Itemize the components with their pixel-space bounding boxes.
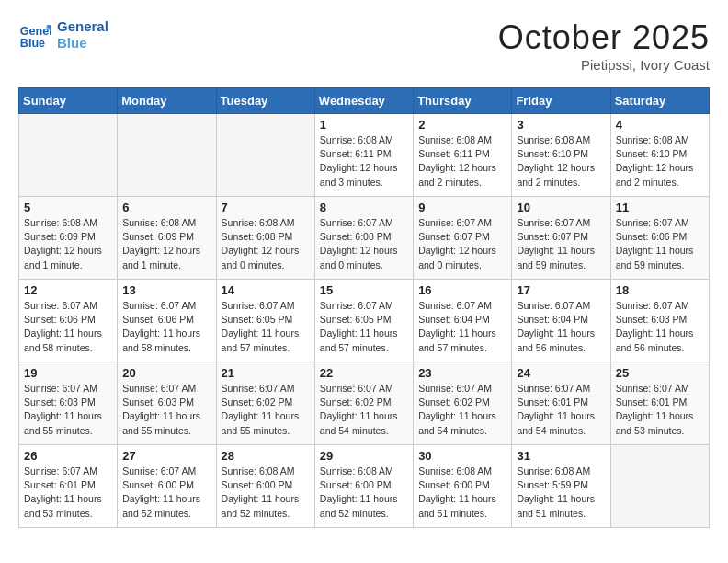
day-number: 11: [616, 201, 704, 214]
day-header-friday: Friday: [512, 88, 610, 114]
day-number: 1: [320, 118, 408, 132]
day-number: 19: [24, 366, 112, 380]
calendar-cell: 25Sunrise: 6:07 AM Sunset: 6:01 PM Dayli…: [610, 362, 709, 445]
day-number: 27: [122, 449, 210, 463]
calendar-cell: 2Sunrise: 6:08 AM Sunset: 6:11 PM Daylig…: [414, 114, 512, 197]
day-number: 29: [320, 449, 408, 463]
day-info: Sunrise: 6:07 AM Sunset: 6:06 PM Dayligh…: [24, 299, 112, 355]
calendar-cell: 8Sunrise: 6:07 AM Sunset: 6:08 PM Daylig…: [314, 197, 413, 280]
day-info: Sunrise: 6:07 AM Sunset: 6:04 PM Dayligh…: [418, 299, 506, 355]
calendar-cell: [19, 114, 118, 197]
calendar-cell: 22Sunrise: 6:07 AM Sunset: 6:02 PM Dayli…: [314, 362, 413, 445]
day-info: Sunrise: 6:08 AM Sunset: 6:00 PM Dayligh…: [418, 465, 506, 521]
day-number: 17: [517, 283, 605, 297]
day-info: Sunrise: 6:08 AM Sunset: 6:10 PM Dayligh…: [517, 133, 605, 190]
svg-text:Blue: Blue: [20, 37, 45, 50]
day-info: Sunrise: 6:07 AM Sunset: 6:06 PM Dayligh…: [122, 299, 210, 355]
calendar-week-row: 1Sunrise: 6:08 AM Sunset: 6:11 PM Daylig…: [19, 114, 710, 197]
day-number: 7: [222, 201, 310, 214]
calendar-cell: 12Sunrise: 6:07 AM Sunset: 6:06 PM Dayli…: [19, 280, 118, 362]
calendar-cell: [118, 114, 216, 197]
calendar-cell: [610, 445, 709, 528]
day-number: 25: [616, 366, 704, 380]
calendar-cell: 27Sunrise: 6:07 AM Sunset: 6:00 PM Dayli…: [118, 445, 216, 528]
calendar-cell: 11Sunrise: 6:07 AM Sunset: 6:06 PM Dayli…: [610, 197, 709, 280]
day-info: Sunrise: 6:07 AM Sunset: 6:07 PM Dayligh…: [517, 216, 605, 272]
day-info: Sunrise: 6:07 AM Sunset: 6:01 PM Dayligh…: [616, 382, 704, 438]
day-header-sunday: Sunday: [19, 88, 118, 114]
title-block: October 2025 Pietipssi, Ivory Coast: [498, 18, 710, 73]
day-number: 30: [418, 449, 506, 463]
day-number: 28: [222, 449, 310, 463]
calendar-cell: 10Sunrise: 6:07 AM Sunset: 6:07 PM Dayli…: [512, 197, 610, 280]
day-info: Sunrise: 6:07 AM Sunset: 6:01 PM Dayligh…: [517, 382, 605, 438]
day-info: Sunrise: 6:08 AM Sunset: 6:10 PM Dayligh…: [616, 133, 704, 190]
month-title: October 2025: [498, 18, 710, 57]
logo: General Blue General Blue: [18, 18, 108, 52]
day-header-saturday: Saturday: [610, 88, 709, 114]
day-number: 14: [222, 283, 310, 297]
day-number: 21: [222, 366, 310, 380]
calendar-cell: 26Sunrise: 6:07 AM Sunset: 6:01 PM Dayli…: [19, 445, 118, 528]
day-info: Sunrise: 6:08 AM Sunset: 6:11 PM Dayligh…: [418, 133, 506, 190]
day-number: 9: [418, 201, 506, 214]
calendar-cell: 3Sunrise: 6:08 AM Sunset: 6:10 PM Daylig…: [512, 114, 610, 197]
day-number: 13: [122, 283, 210, 297]
day-info: Sunrise: 6:07 AM Sunset: 6:03 PM Dayligh…: [122, 382, 210, 438]
calendar-cell: 4Sunrise: 6:08 AM Sunset: 6:10 PM Daylig…: [610, 114, 709, 197]
calendar-cell: 30Sunrise: 6:08 AM Sunset: 6:00 PM Dayli…: [414, 445, 512, 528]
calendar-cell: 18Sunrise: 6:07 AM Sunset: 6:03 PM Dayli…: [610, 280, 709, 362]
day-header-wednesday: Wednesday: [314, 88, 413, 114]
calendar-cell: 1Sunrise: 6:08 AM Sunset: 6:11 PM Daylig…: [314, 114, 413, 197]
calendar-cell: 16Sunrise: 6:07 AM Sunset: 6:04 PM Dayli…: [414, 280, 512, 362]
day-number: 8: [320, 201, 408, 214]
day-number: 4: [616, 118, 704, 132]
calendar-cell: [216, 114, 314, 197]
day-info: Sunrise: 6:08 AM Sunset: 6:11 PM Dayligh…: [320, 133, 408, 190]
day-info: Sunrise: 6:07 AM Sunset: 6:00 PM Dayligh…: [122, 465, 210, 521]
calendar-week-row: 26Sunrise: 6:07 AM Sunset: 6:01 PM Dayli…: [19, 445, 710, 528]
day-info: Sunrise: 6:08 AM Sunset: 6:09 PM Dayligh…: [24, 216, 112, 272]
calendar-cell: 20Sunrise: 6:07 AM Sunset: 6:03 PM Dayli…: [118, 362, 216, 445]
day-number: 10: [517, 201, 605, 214]
day-info: Sunrise: 6:08 AM Sunset: 6:00 PM Dayligh…: [320, 465, 408, 521]
day-number: 5: [24, 201, 112, 214]
calendar-cell: 19Sunrise: 6:07 AM Sunset: 6:03 PM Dayli…: [19, 362, 118, 445]
day-number: 22: [320, 366, 408, 380]
day-info: Sunrise: 6:07 AM Sunset: 6:06 PM Dayligh…: [616, 216, 704, 272]
day-number: 12: [24, 283, 112, 297]
day-number: 20: [122, 366, 210, 380]
page-header: General Blue General Blue October 2025 P…: [18, 18, 710, 73]
calendar-cell: 29Sunrise: 6:08 AM Sunset: 6:00 PM Dayli…: [314, 445, 413, 528]
day-info: Sunrise: 6:07 AM Sunset: 6:01 PM Dayligh…: [24, 465, 112, 521]
day-info: Sunrise: 6:07 AM Sunset: 6:04 PM Dayligh…: [517, 299, 605, 355]
day-info: Sunrise: 6:07 AM Sunset: 6:03 PM Dayligh…: [24, 382, 112, 438]
calendar-cell: 21Sunrise: 6:07 AM Sunset: 6:02 PM Dayli…: [216, 362, 314, 445]
day-info: Sunrise: 6:07 AM Sunset: 6:02 PM Dayligh…: [418, 382, 506, 438]
calendar-week-row: 5Sunrise: 6:08 AM Sunset: 6:09 PM Daylig…: [19, 197, 710, 280]
day-header-tuesday: Tuesday: [216, 88, 314, 114]
day-info: Sunrise: 6:07 AM Sunset: 6:03 PM Dayligh…: [616, 299, 704, 355]
day-info: Sunrise: 6:07 AM Sunset: 6:07 PM Dayligh…: [418, 216, 506, 272]
calendar-cell: 15Sunrise: 6:07 AM Sunset: 6:05 PM Dayli…: [314, 280, 413, 362]
calendar-cell: 17Sunrise: 6:07 AM Sunset: 6:04 PM Dayli…: [512, 280, 610, 362]
day-info: Sunrise: 6:07 AM Sunset: 6:05 PM Dayligh…: [222, 299, 310, 355]
day-info: Sunrise: 6:08 AM Sunset: 6:08 PM Dayligh…: [222, 216, 310, 272]
day-number: 31: [517, 449, 605, 463]
calendar-cell: 24Sunrise: 6:07 AM Sunset: 6:01 PM Dayli…: [512, 362, 610, 445]
calendar-week-row: 19Sunrise: 6:07 AM Sunset: 6:03 PM Dayli…: [19, 362, 710, 445]
day-info: Sunrise: 6:08 AM Sunset: 6:00 PM Dayligh…: [222, 465, 310, 521]
logo-text: General Blue: [57, 18, 108, 52]
day-number: 24: [517, 366, 605, 380]
day-header-monday: Monday: [118, 88, 216, 114]
day-number: 16: [418, 283, 506, 297]
calendar-cell: 28Sunrise: 6:08 AM Sunset: 6:00 PM Dayli…: [216, 445, 314, 528]
day-info: Sunrise: 6:07 AM Sunset: 6:02 PM Dayligh…: [222, 382, 310, 438]
day-header-thursday: Thursday: [414, 88, 512, 114]
day-number: 3: [517, 118, 605, 132]
calendar-cell: 5Sunrise: 6:08 AM Sunset: 6:09 PM Daylig…: [19, 197, 118, 280]
calendar-cell: 31Sunrise: 6:08 AM Sunset: 5:59 PM Dayli…: [512, 445, 610, 528]
day-info: Sunrise: 6:08 AM Sunset: 6:09 PM Dayligh…: [122, 216, 210, 272]
day-number: 6: [122, 201, 210, 214]
day-info: Sunrise: 6:07 AM Sunset: 6:08 PM Dayligh…: [320, 216, 408, 272]
